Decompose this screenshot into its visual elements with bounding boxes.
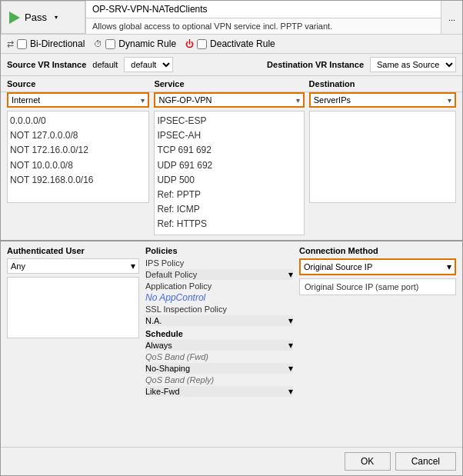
toolbar-row: ⇄ Bi-Directional ⏱ Dynamic Rule ⏻ Deacti… xyxy=(1,35,462,54)
connection-method-dropdown[interactable]: Original Source IP ▾ xyxy=(299,258,456,275)
schedule-label: Schedule xyxy=(145,329,293,338)
service-column: NGF-OP-VPN ▾ IPSEC-ESP IPSEC-AH TCP 691 … xyxy=(154,92,308,235)
connection-dropdown-text: Original Source IP xyxy=(304,262,447,271)
app-policy-label: Application Policy xyxy=(145,281,293,291)
dest-vr-label: Destination VR Instance xyxy=(267,60,364,69)
auth-chevron-icon: ▾ xyxy=(131,261,135,271)
source-vr-dropdown[interactable]: default xyxy=(124,57,173,72)
bidir-label: Bi-Directional xyxy=(30,38,85,49)
dynamic-checkbox[interactable] xyxy=(105,39,115,49)
deactivate-item: ⏻ Deactivate Rule xyxy=(185,38,275,49)
header-row: Pass ▾ OP-SRV-VPN-NATedClients Allows gl… xyxy=(1,1,462,35)
auth-dropdown[interactable]: Any ▾ xyxy=(7,258,139,274)
pass-arrow-icon xyxy=(9,12,20,24)
bidir-checkbox[interactable] xyxy=(17,39,27,49)
destination-header: Destination xyxy=(309,79,456,88)
qos-fwd-value: No-Shaping xyxy=(145,364,288,373)
list-item: NOT 192.168.0.0/16 xyxy=(10,173,146,188)
auth-dropdown-text: Any xyxy=(11,261,131,271)
auth-label: Authenticated User xyxy=(7,246,139,255)
auth-content-area xyxy=(7,277,139,338)
bidir-item: ⇄ Bi-Directional xyxy=(7,38,85,49)
source-list: 0.0.0.0/0 NOT 127.0.0.0/8 NOT 172.16.0.0… xyxy=(7,111,149,203)
connection-section: Connection Method Original Source IP ▾ O… xyxy=(299,246,456,443)
destination-dropdown[interactable]: ServerIPs ▾ xyxy=(309,92,456,108)
ssl-policy-row: SSL Inspection Policy xyxy=(145,305,293,314)
connection-chevron-icon: ▾ xyxy=(447,261,451,272)
more-button[interactable]: ... xyxy=(441,1,462,34)
source-dropdown[interactable]: Internet ▾ xyxy=(7,92,149,108)
list-item: Ref: PPTP xyxy=(157,188,301,202)
qos-reply-value: Like-Fwd xyxy=(145,387,288,396)
schedule-value-row: Always ▾ xyxy=(145,340,293,351)
list-item: Ref: ICMP xyxy=(157,202,301,217)
qos-fwd-value-row: No-Shaping ▾ xyxy=(145,363,293,374)
source-vr-value: default xyxy=(92,60,118,69)
connection-options-list: Original Source IP (same port) xyxy=(299,278,456,295)
default-policy-chevron-icon: ▾ xyxy=(288,269,293,280)
app-policy-value[interactable]: No AppControl xyxy=(145,292,205,303)
connection-label: Connection Method xyxy=(299,246,456,255)
ssl-policy-value: N.A. xyxy=(145,316,288,325)
pass-label: Pass xyxy=(25,12,47,23)
power-icon: ⏻ xyxy=(185,39,194,48)
bottom-section: Authenticated User Any ▾ Policies IPS Po… xyxy=(1,241,462,448)
source-chevron-icon: ▾ xyxy=(141,96,145,105)
destination-dropdown-text: ServerIPs xyxy=(314,95,448,105)
destination-list xyxy=(309,111,456,203)
cancel-button[interactable]: Cancel xyxy=(395,452,456,471)
list-item: Ref: HTTPS xyxy=(157,217,301,231)
ssl-policy-label: SSL Inspection Policy xyxy=(145,305,293,314)
service-list: IPSEC-ESP IPSEC-AH TCP 691 692 UDP 691 6… xyxy=(154,111,304,235)
service-dropdown[interactable]: NGF-OP-VPN ▾ xyxy=(154,92,304,108)
app-policy-row: Application Policy xyxy=(145,281,293,291)
qos-fwd-row: QoS Band (Fwd) xyxy=(145,352,293,361)
service-header: Service xyxy=(154,79,308,88)
list-item: IPSEC-AH xyxy=(157,128,301,143)
app-policy-value-row: No AppControl xyxy=(145,292,293,303)
connection-option-same-port[interactable]: Original Source IP (same port) xyxy=(301,281,454,293)
ips-policy-row: IPS Policy xyxy=(145,258,293,268)
qos-fwd-chevron-icon: ▾ xyxy=(288,363,293,374)
schedule-value: Always xyxy=(145,341,288,350)
list-item: TCP 691 692 xyxy=(157,143,301,158)
policies-section: Policies IPS Policy Default Policy ▾ App… xyxy=(145,246,299,443)
dynamic-label: Dynamic Rule xyxy=(118,38,176,49)
column-headers: Source Service Destination xyxy=(1,76,462,92)
qos-reply-chevron-icon: ▾ xyxy=(288,386,293,397)
source-header: Source xyxy=(7,79,154,88)
rule-description: Allows global access to optional VPN ser… xyxy=(86,18,441,34)
data-columns: Internet ▾ 0.0.0.0/0 NOT 127.0.0.0/8 NOT… xyxy=(1,92,462,241)
footer: OK Cancel xyxy=(1,447,462,475)
list-item: UDP 500 xyxy=(157,173,301,188)
dest-vr-dropdown[interactable]: Same as Source xyxy=(370,57,456,72)
qos-reply-row: QoS Band (Reply) xyxy=(145,375,293,384)
destination-chevron-icon: ▾ xyxy=(448,96,451,105)
list-item: NOT 10.0.0.0/8 xyxy=(10,158,146,173)
vr-instance-row: Source VR Instance default default Desti… xyxy=(1,54,462,76)
source-vr-label: Source VR Instance xyxy=(7,60,86,69)
dynamic-item: ⏱ Dynamic Rule xyxy=(94,38,176,49)
source-column: Internet ▾ 0.0.0.0/0 NOT 127.0.0.0/8 NOT… xyxy=(7,92,154,235)
ips-label: IPS Policy xyxy=(145,258,293,268)
source-dropdown-text: Internet xyxy=(12,95,141,105)
policies-label: Policies xyxy=(145,246,293,255)
list-item: NOT 127.0.0.0/8 xyxy=(10,128,146,143)
pass-button[interactable]: Pass ▾ xyxy=(1,1,85,34)
qos-reply-value-row: Like-Fwd ▾ xyxy=(145,386,293,397)
ok-button[interactable]: OK xyxy=(345,452,391,471)
clock-icon: ⏱ xyxy=(94,39,102,48)
service-dropdown-text: NGF-OP-VPN xyxy=(158,95,295,105)
default-policy-row: Default Policy ▾ xyxy=(145,269,293,280)
list-item: 0.0.0.0/0 xyxy=(10,114,146,128)
default-policy-label: Default Policy xyxy=(145,270,288,279)
destination-column: ServerIPs ▾ xyxy=(309,92,456,235)
schedule-chevron-icon: ▾ xyxy=(288,340,293,351)
deactivate-checkbox[interactable] xyxy=(197,39,207,49)
ssl-chevron-icon: ▾ xyxy=(288,315,293,326)
auth-section: Authenticated User Any ▾ xyxy=(7,246,145,443)
qos-reply-label: QoS Band (Reply) xyxy=(145,375,214,384)
list-item: IPSEC-ESP xyxy=(157,114,301,128)
main-window: Pass ▾ OP-SRV-VPN-NATedClients Allows gl… xyxy=(0,0,463,476)
header-title-area: OP-SRV-VPN-NATedClients Allows global ac… xyxy=(85,1,441,34)
